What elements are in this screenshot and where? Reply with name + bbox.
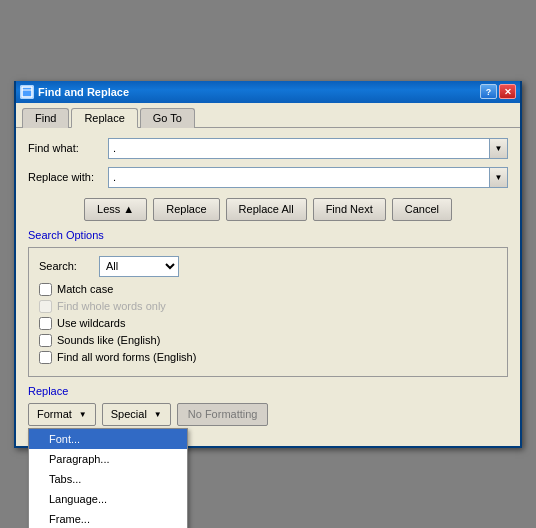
title-bar-buttons: ? ✕ — [480, 84, 516, 99]
cancel-button[interactable]: Cancel — [392, 198, 452, 221]
special-dropdown-arrow: ▼ — [154, 410, 162, 419]
whole-words-label: Find whole words only — [57, 300, 166, 312]
whole-words-row: Find whole words only — [39, 300, 497, 313]
window-icon — [20, 85, 34, 99]
title-bar: Find and Replace ? ✕ — [16, 81, 520, 103]
menu-item-frame[interactable]: Frame... — [29, 509, 187, 529]
find-what-dropdown[interactable]: ▼ — [490, 138, 508, 159]
tab-goto[interactable]: Go To — [140, 108, 195, 128]
special-button[interactable]: Special ▼ — [102, 403, 171, 426]
sounds-like-checkbox[interactable] — [39, 334, 52, 347]
menu-item-font[interactable]: Font... — [29, 429, 187, 449]
tab-bar: Find Replace Go To — [16, 103, 520, 128]
replace-section-title[interactable]: Replace — [28, 385, 508, 397]
replace-button[interactable]: Replace — [153, 198, 219, 221]
search-options-title[interactable]: Search Options — [28, 229, 508, 241]
word-forms-row: Find all word forms (English) — [39, 351, 497, 364]
svg-rect-0 — [22, 87, 32, 97]
search-select[interactable]: All Up Down — [99, 256, 179, 277]
match-case-label: Match case — [57, 283, 113, 295]
search-select-wrap: All Up Down — [99, 256, 179, 277]
whole-words-checkbox[interactable] — [39, 300, 52, 313]
replace-all-button[interactable]: Replace All — [226, 198, 307, 221]
dialog-content: Find what: ▼ Replace with: ▼ Less ▲ Repl… — [16, 128, 520, 446]
find-what-label: Find what: — [28, 142, 108, 154]
less-button[interactable]: Less ▲ — [84, 198, 147, 221]
wildcards-checkbox[interactable] — [39, 317, 52, 330]
menu-item-language[interactable]: Language... — [29, 489, 187, 509]
sounds-like-row: Sounds like (English) — [39, 334, 497, 347]
replace-with-dropdown[interactable]: ▼ — [490, 167, 508, 188]
sounds-like-label: Sounds like (English) — [57, 334, 160, 346]
format-dropdown-arrow: ▼ — [79, 410, 87, 419]
wildcards-row: Use wildcards — [39, 317, 497, 330]
title-bar-left: Find and Replace — [20, 85, 129, 99]
replace-with-label: Replace with: — [28, 171, 108, 183]
find-what-input[interactable] — [108, 138, 490, 159]
window-title: Find and Replace — [38, 86, 129, 98]
action-buttons-row: Less ▲ Replace Replace All Find Next Can… — [28, 198, 508, 221]
search-row: Search: All Up Down — [39, 256, 497, 277]
wildcards-label: Use wildcards — [57, 317, 125, 329]
replace-with-input-wrap: ▼ — [108, 167, 508, 188]
no-formatting-button[interactable]: No Formatting — [177, 403, 269, 426]
match-case-checkbox[interactable] — [39, 283, 52, 296]
word-forms-checkbox[interactable] — [39, 351, 52, 364]
find-next-button[interactable]: Find Next — [313, 198, 386, 221]
tab-find[interactable]: Find — [22, 108, 69, 128]
format-dropdown-menu: Font... Paragraph... Tabs... Language...… — [28, 428, 188, 529]
format-button[interactable]: Format ▼ — [28, 403, 96, 426]
format-row: Format ▼ Special ▼ No Formatting Font...… — [28, 403, 508, 426]
menu-item-tabs[interactable]: Tabs... — [29, 469, 187, 489]
word-forms-label: Find all word forms (English) — [57, 351, 196, 363]
search-options-box: Search: All Up Down Match case Find whol… — [28, 247, 508, 377]
match-case-row: Match case — [39, 283, 497, 296]
help-button[interactable]: ? — [480, 84, 497, 99]
replace-with-row: Replace with: ▼ — [28, 167, 508, 188]
search-label: Search: — [39, 260, 99, 272]
tab-replace[interactable]: Replace — [71, 108, 137, 128]
find-replace-window: Find and Replace ? ✕ Find Replace Go To … — [14, 81, 522, 448]
menu-item-paragraph[interactable]: Paragraph... — [29, 449, 187, 469]
find-what-input-wrap: ▼ — [108, 138, 508, 159]
close-button[interactable]: ✕ — [499, 84, 516, 99]
find-what-row: Find what: ▼ — [28, 138, 508, 159]
replace-with-input[interactable] — [108, 167, 490, 188]
